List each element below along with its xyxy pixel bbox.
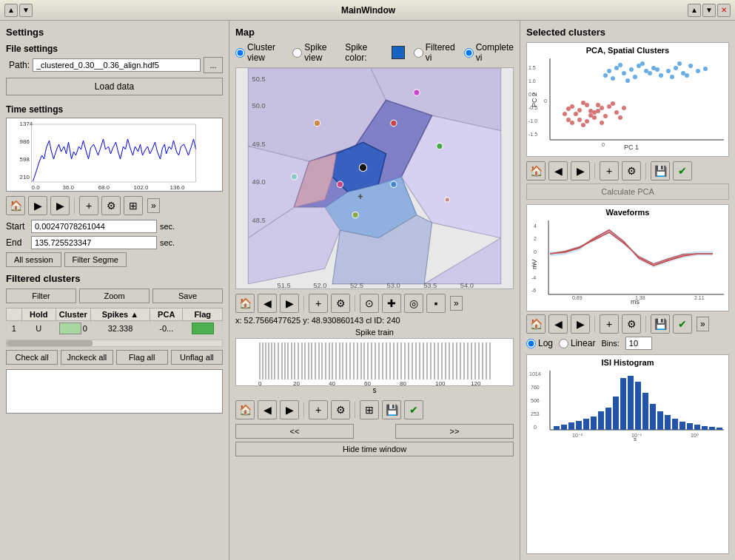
wf-home-btn[interactable]: 🏠: [526, 314, 546, 334]
spike-view-radio[interactable]: Spike view: [292, 42, 336, 63]
log-radio[interactable]: Log: [526, 338, 553, 348]
svg-text:49.0: 49.0: [252, 178, 265, 186]
svg-point-159: [585, 103, 589, 107]
pca-home-btn[interactable]: 🏠: [526, 161, 546, 181]
map-view[interactable]: + 50.5 50.0 49.5 49.0 48.5 51.5 52.0 52.…: [235, 67, 514, 289]
st-save-btn[interactable]: 💾: [382, 400, 401, 419]
svg-rect-230: [709, 427, 715, 430]
bins-input[interactable]: [625, 337, 652, 350]
svg-rect-212: [576, 421, 582, 430]
wf-check-btn[interactable]: ✔: [673, 314, 692, 334]
map-more-btn[interactable]: »: [450, 296, 463, 311]
wf-more-btn[interactable]: »: [697, 317, 709, 331]
log-radio-input[interactable]: [526, 339, 536, 348]
wf-back-btn[interactable]: ◀: [548, 314, 568, 334]
scroll-up-btn[interactable]: ▲: [4, 4, 18, 17]
next-btn[interactable]: >>: [395, 424, 514, 439]
svg-rect-228: [694, 425, 700, 430]
check-all-btn[interactable]: Check all: [6, 350, 58, 365]
path-input[interactable]: [33, 58, 201, 72]
scroll-down-btn[interactable]: ▼: [19, 4, 33, 17]
st-settings-btn[interactable]: ⚙: [331, 400, 350, 419]
grid-btn[interactable]: ⊞: [124, 196, 143, 215]
map-camera-btn[interactable]: ⊙: [360, 294, 379, 313]
home-btn[interactable]: 🏠: [6, 196, 25, 215]
wf-save-btn[interactable]: 💾: [651, 314, 670, 334]
spike-view-input[interactable]: [292, 48, 302, 58]
pca-back-btn[interactable]: ◀: [548, 161, 568, 181]
pca-save-btn[interactable]: 💾: [651, 161, 670, 181]
map-fwd-btn[interactable]: ▶: [280, 294, 299, 313]
st-plus-btn[interactable]: +: [309, 400, 328, 419]
map-home-btn[interactable]: 🏠: [235, 294, 255, 313]
flag-all-btn[interactable]: Flag all: [116, 350, 168, 365]
linear-radio[interactable]: Linear: [559, 338, 595, 348]
pca-plus-btn[interactable]: +: [600, 161, 619, 181]
linear-radio-input[interactable]: [559, 339, 568, 348]
restore-btn[interactable]: ▼: [702, 4, 716, 17]
cluster-view-input[interactable]: [235, 48, 245, 58]
svg-point-178: [563, 112, 567, 116]
map-plus-btn[interactable]: +: [309, 294, 328, 313]
svg-text:2.11: 2.11: [694, 295, 705, 300]
st-back-btn[interactable]: ◀: [258, 400, 277, 419]
more-btn[interactable]: »: [147, 198, 160, 213]
svg-point-142: [633, 75, 637, 79]
play-btn[interactable]: ▶: [28, 196, 47, 215]
map-circle-btn[interactable]: ◎: [404, 294, 423, 313]
uncheck-all-btn[interactable]: Jnckeck all: [61, 350, 113, 365]
scrollbar-thumb[interactable]: [7, 340, 93, 346]
browse-btn[interactable]: ...: [204, 57, 223, 73]
end-input[interactable]: [31, 236, 157, 249]
pca-fwd-btn[interactable]: ▶: [571, 161, 590, 181]
st-sep2: [355, 402, 355, 418]
log-linear-row: Log Linear Bins:: [526, 337, 729, 350]
load-data-btn[interactable]: Load data: [6, 78, 223, 95]
calc-pca-btn[interactable]: Calculate PCA: [526, 183, 729, 200]
hide-time-btn[interactable]: Hide time window: [235, 442, 514, 456]
minimize-btn[interactable]: ▲: [688, 4, 701, 17]
map-back-btn[interactable]: ◀: [258, 294, 277, 313]
waveforms-chart: Waveforms mV 4 2 0 -2 -4 -6 ms 0.69 1.38: [526, 204, 729, 311]
svg-text:0.5: 0.5: [528, 92, 536, 97]
pca-settings-btn[interactable]: ⚙: [622, 161, 641, 181]
spike-color-box[interactable]: [392, 46, 405, 59]
save-btn[interactable]: Save: [152, 289, 223, 303]
st-grid-btn[interactable]: ⊞: [360, 400, 379, 419]
map-pin-btn[interactable]: ✚: [382, 294, 401, 313]
wf-settings-btn[interactable]: ⚙: [622, 314, 641, 334]
filtered-view-radio[interactable]: Filtered vi: [414, 42, 455, 63]
settings-btn[interactable]: ⚙: [101, 196, 121, 215]
close-btn[interactable]: ✕: [717, 4, 731, 17]
wf-sep2: [645, 316, 646, 332]
zoom-btn[interactable]: Zoom: [79, 289, 150, 303]
all-session-btn[interactable]: All session: [6, 252, 61, 267]
unflag-all-btn[interactable]: Unflag all: [171, 350, 223, 365]
svg-text:49.5: 49.5: [252, 141, 265, 148]
svg-point-162: [574, 112, 578, 116]
wf-fwd-btn[interactable]: ▶: [571, 314, 590, 334]
complete-view-radio[interactable]: Complete vi: [464, 42, 514, 63]
svg-point-169: [603, 114, 608, 118]
start-input[interactable]: [31, 220, 157, 233]
pca-check-btn[interactable]: ✔: [673, 161, 692, 181]
st-check-btn[interactable]: ✔: [404, 400, 423, 419]
plus-btn[interactable]: +: [79, 196, 98, 215]
notes-area[interactable]: [6, 369, 223, 414]
st-home-btn[interactable]: 🏠: [235, 400, 255, 419]
play2-btn[interactable]: ▶: [50, 196, 70, 215]
prev-btn[interactable]: <<: [235, 424, 354, 439]
table-scrollbar[interactable]: [6, 340, 223, 347]
spike-color-label: Spike color:: [345, 42, 382, 63]
svg-rect-0: [19, 118, 211, 192]
cluster-view-radio[interactable]: Cluster view: [235, 42, 283, 63]
filter-btn[interactable]: Filter: [6, 289, 76, 303]
wf-plus-btn[interactable]: +: [600, 314, 619, 334]
map-square-btn[interactable]: ▪: [426, 294, 446, 313]
filtered-view-input[interactable]: [414, 48, 423, 58]
row-num: 1: [7, 321, 22, 337]
complete-view-input[interactable]: [464, 48, 474, 58]
st-fwd-btn[interactable]: ▶: [280, 400, 299, 419]
filter-seg-btn[interactable]: Filter Segme: [64, 252, 127, 267]
map-settings-btn[interactable]: ⚙: [331, 294, 350, 313]
